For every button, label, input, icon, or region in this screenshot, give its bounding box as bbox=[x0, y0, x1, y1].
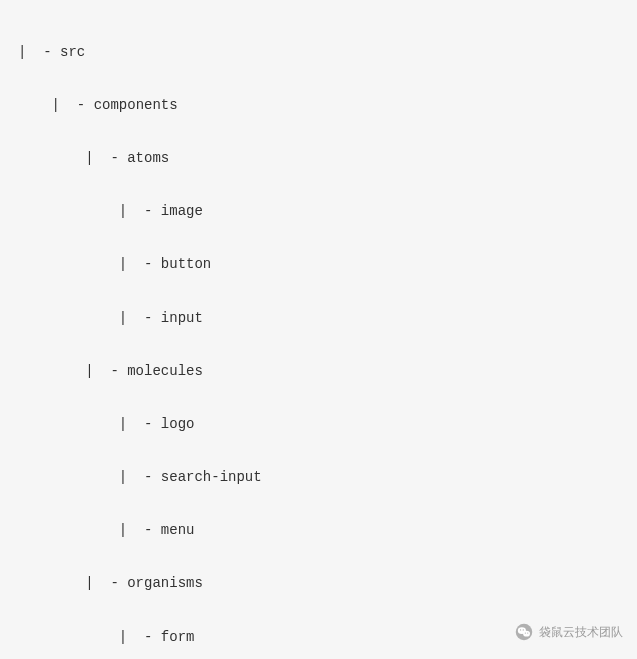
tree-line: | - organisms bbox=[18, 570, 619, 597]
tree-line: | - input bbox=[18, 305, 619, 332]
svg-point-5 bbox=[525, 632, 526, 633]
tree-line-root: | - src bbox=[18, 39, 619, 66]
tree-line: | - molecules bbox=[18, 358, 619, 385]
dir-organisms: organisms bbox=[127, 575, 203, 591]
item-logo: logo bbox=[161, 416, 195, 432]
watermark: 袋鼠云技术团队 bbox=[515, 623, 623, 641]
item-button: button bbox=[161, 256, 211, 272]
svg-point-6 bbox=[527, 632, 528, 633]
dir-src: src bbox=[60, 44, 85, 60]
svg-point-4 bbox=[523, 629, 524, 630]
wechat-icon bbox=[515, 623, 533, 641]
tree-line: | - search-input bbox=[18, 464, 619, 491]
tree-line: | - atoms bbox=[18, 145, 619, 172]
item-input: input bbox=[161, 310, 203, 326]
tree-line: | - logo bbox=[18, 411, 619, 438]
svg-point-2 bbox=[523, 631, 530, 637]
item-search-input: search-input bbox=[161, 469, 262, 485]
item-form: form bbox=[161, 629, 195, 645]
tree-line: | - components bbox=[18, 92, 619, 119]
item-menu: menu bbox=[161, 522, 195, 538]
item-image: image bbox=[161, 203, 203, 219]
dir-molecules: molecules bbox=[127, 363, 203, 379]
tree-line: | - menu bbox=[18, 517, 619, 544]
tree-line: | - button bbox=[18, 251, 619, 278]
svg-point-3 bbox=[520, 629, 521, 630]
tree-line: | - image bbox=[18, 198, 619, 225]
watermark-text: 袋鼠云技术团队 bbox=[539, 624, 623, 641]
dir-components: components bbox=[94, 97, 178, 113]
dir-atoms: atoms bbox=[127, 150, 169, 166]
file-tree: | - src | - components | - atoms | - ima… bbox=[0, 0, 637, 659]
